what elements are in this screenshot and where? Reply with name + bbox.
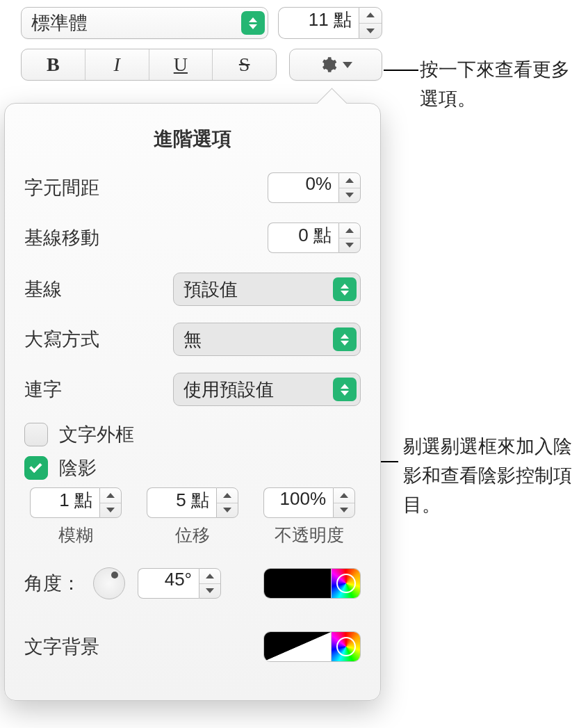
- gear-icon: [319, 56, 337, 74]
- shadow-offset-value[interactable]: 5 點: [147, 487, 216, 518]
- ligatures-label: 連字: [24, 377, 62, 402]
- capitalization-value: 無: [183, 327, 202, 352]
- shadow-offset-label: 位移: [175, 524, 210, 547]
- shadow-color-well[interactable]: [263, 568, 361, 599]
- dropdown-caret-icon: [333, 378, 357, 401]
- shadow-label: 陰影: [59, 455, 97, 480]
- stepper-down[interactable]: [359, 23, 382, 39]
- annotation-line: [384, 70, 418, 71]
- char-spacing-stepper[interactable]: 0%: [268, 172, 361, 203]
- advanced-options-popover: 進階選項 字元間距 0% 基線移動 0 點 基線 預設值 大寫方式: [4, 103, 381, 701]
- stepper-up[interactable]: [217, 488, 238, 503]
- annotation-gear: 按一下來查看更多選項。: [420, 56, 580, 114]
- shadow-blur-stepper[interactable]: 1 點: [30, 487, 122, 518]
- dropdown-caret-icon: [333, 277, 357, 301]
- baseline-shift-value[interactable]: 0 點: [268, 223, 338, 253]
- stepper-down[interactable]: [199, 583, 220, 599]
- outline-checkbox[interactable]: [24, 423, 48, 446]
- stepper-up[interactable]: [334, 488, 354, 503]
- text-background-swatch[interactable]: [264, 632, 331, 661]
- baseline-shift-label: 基線移動: [24, 225, 99, 250]
- baseline-label: 基線: [24, 277, 62, 302]
- shadow-checkbox[interactable]: [24, 456, 48, 480]
- capitalization-select[interactable]: 無: [173, 323, 361, 356]
- font-panel: 標準體 11 點 B I U S: [21, 7, 382, 81]
- checkmark-icon: [29, 460, 42, 473]
- underline-button[interactable]: U: [149, 49, 213, 80]
- dropdown-caret-icon: [241, 11, 265, 35]
- font-family-label: 標準體: [31, 10, 88, 35]
- stepper-up[interactable]: [339, 173, 360, 188]
- shadow-angle-dial[interactable]: [93, 567, 125, 599]
- shadow-opacity-label: 不透明度: [275, 524, 344, 547]
- outline-label: 文字外框: [59, 422, 134, 447]
- shadow-angle-value[interactable]: 45°: [138, 568, 199, 599]
- shadow-opacity-stepper[interactable]: 100%: [263, 487, 355, 518]
- color-picker-icon[interactable]: [331, 569, 360, 598]
- char-spacing-label: 字元間距: [24, 175, 99, 200]
- font-family-select[interactable]: 標準體: [21, 7, 268, 39]
- stepper-down[interactable]: [339, 238, 360, 253]
- shadow-blur-value[interactable]: 1 點: [30, 487, 99, 518]
- shadow-color-swatch[interactable]: [264, 569, 331, 598]
- capitalization-label: 大寫方式: [24, 327, 99, 352]
- stepper-down[interactable]: [100, 503, 121, 518]
- stepper-up[interactable]: [199, 569, 220, 583]
- advanced-options-button[interactable]: [289, 49, 382, 81]
- stepper-up[interactable]: [359, 8, 382, 23]
- stepper-up[interactable]: [100, 488, 121, 503]
- stepper-down[interactable]: [339, 188, 360, 203]
- stepper-down[interactable]: [217, 503, 238, 518]
- char-spacing-value[interactable]: 0%: [268, 172, 338, 203]
- baseline-select[interactable]: 預設值: [173, 273, 361, 306]
- ligatures-select[interactable]: 使用預設值: [173, 373, 361, 406]
- baseline-shift-stepper[interactable]: 0 點: [268, 223, 361, 253]
- shadow-angle-stepper[interactable]: 45°: [138, 568, 221, 599]
- ligatures-value: 使用預設值: [183, 378, 274, 402]
- bold-button[interactable]: B: [22, 49, 85, 80]
- stepper-down[interactable]: [334, 503, 354, 518]
- strikethrough-button[interactable]: S: [212, 49, 276, 80]
- text-background-color-well[interactable]: [263, 631, 361, 662]
- color-picker-icon[interactable]: [331, 632, 360, 661]
- italic-button[interactable]: I: [85, 49, 149, 80]
- font-size-value[interactable]: 11 點: [278, 7, 359, 39]
- shadow-angle-label: 角度：: [24, 571, 81, 596]
- shadow-offset-stepper[interactable]: 5 點: [147, 487, 238, 518]
- dropdown-caret-icon: [333, 327, 357, 351]
- font-size-stepper[interactable]: 11 點: [278, 7, 382, 39]
- font-size-stepper-buttons[interactable]: [359, 7, 382, 39]
- shadow-blur-label: 模糊: [58, 524, 93, 547]
- stepper-up[interactable]: [339, 223, 360, 238]
- baseline-value: 預設值: [183, 277, 238, 302]
- popover-title: 進階選項: [5, 104, 380, 170]
- chevron-down-icon: [343, 62, 352, 68]
- text-style-segmented: B I U S: [21, 49, 277, 81]
- shadow-opacity-value[interactable]: 100%: [263, 487, 333, 518]
- annotation-shadow: 剔選剔選框來加入陰影和查看陰影控制項目。: [403, 432, 577, 520]
- text-background-label: 文字背景: [24, 634, 99, 659]
